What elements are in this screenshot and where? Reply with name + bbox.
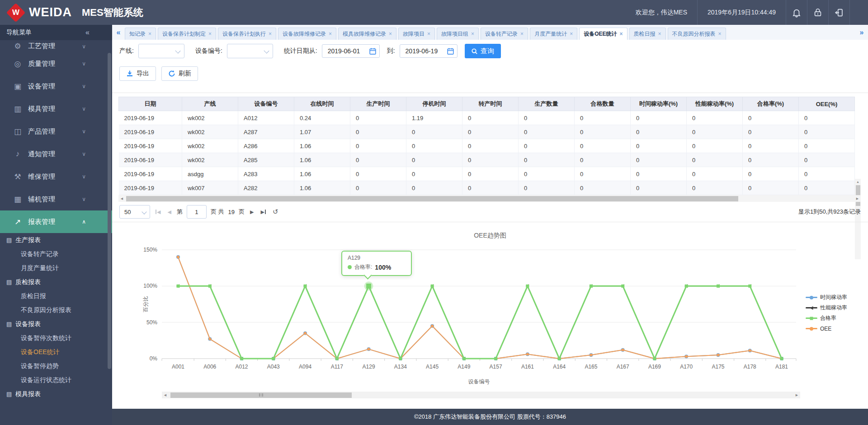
pager-refresh-icon[interactable]: ↺ (271, 208, 280, 216)
column-header-OEE(%)[interactable]: OEE(%) (799, 97, 855, 111)
date-to-input[interactable] (405, 47, 444, 55)
tab-模具故障维修记录[interactable]: 模具故障维修记录× (338, 28, 396, 40)
sidebar-item-产品管理[interactable]: ◫产品管理∨ (0, 120, 112, 143)
legend-item-OEE[interactable]: OEE (806, 323, 847, 334)
column-header-时间稼动率(%)[interactable]: 时间稼动率(%) (631, 97, 687, 111)
date-from-field[interactable] (322, 44, 380, 58)
table-row[interactable]: 2019-06-19asdggA2831.06000000000 (119, 167, 855, 181)
tab-设备故障维修记录[interactable]: 设备故障维修记录× (278, 28, 336, 40)
next-page-button[interactable]: ▶ (249, 209, 255, 215)
horizontal-scroll-thumb[interactable] (126, 196, 738, 201)
sidebar-item-月度产量统计[interactable]: 月度产量统计 (0, 261, 112, 275)
tab-scroll-right-icon[interactable]: » (855, 28, 868, 37)
column-header-生产数量[interactable]: 生产数量 (519, 97, 575, 111)
tab-质检日报[interactable]: 质检日报× (629, 28, 666, 40)
scroll-track[interactable] (169, 392, 793, 398)
column-header-在线时间[interactable]: 在线时间 (294, 97, 350, 111)
sidebar-item-设备管理[interactable]: ▣设备管理∨ (0, 75, 112, 98)
sidebar-group-模具报表[interactable]: ▤模具报表 (0, 387, 112, 401)
sidebar-item-报表管理[interactable]: ↗报表管理∧ (0, 210, 112, 233)
sidebar-group-设备报表[interactable]: ▤设备报表 (0, 317, 112, 331)
first-page-button[interactable]: ◀ (154, 209, 162, 215)
tab-close-icon[interactable]: × (389, 31, 392, 37)
table-row[interactable]: 2019-06-19wk002A2851.06000000000 (119, 153, 855, 167)
sidebar-item-设备运行状态统计[interactable]: 设备运行状态统计 (0, 373, 112, 387)
prev-page-button[interactable]: ◀ (166, 209, 172, 215)
legend-item-合格率[interactable]: 合格率 (806, 313, 847, 323)
sidebar-item-设备转产记录[interactable]: 设备转产记录 (0, 247, 112, 261)
sidebar-collapse-icon[interactable]: « (85, 28, 90, 37)
sidebar-group-质检报表[interactable]: ▤质检报表 (0, 275, 112, 289)
tab-设备保养计划制定[interactable]: 设备保养计划制定× (158, 28, 216, 40)
column-header-停机时间[interactable]: 停机时间 (406, 97, 462, 111)
scroll-right-icon[interactable]: ▶ (854, 197, 861, 201)
sidebar-item-设备暂停趋势[interactable]: 设备暂停趋势 (0, 359, 112, 373)
tab-设备OEE统计[interactable]: 设备OEE统计× (579, 28, 627, 40)
table-horizontal-scrollbar[interactable]: ◀ ▶ (118, 195, 861, 202)
tab-close-icon[interactable]: × (471, 31, 474, 37)
export-button[interactable]: 导出 (119, 66, 156, 81)
sidebar-item-不良原因分析报表[interactable]: 不良原因分析报表 (0, 303, 112, 317)
tab-close-icon[interactable]: × (570, 31, 573, 37)
tab-知记录[interactable]: 知记录× (125, 28, 156, 40)
table-row[interactable]: 2019-06-19wk002A0120.2401.190000000 (119, 111, 855, 125)
column-header-合格率(%)[interactable]: 合格率(%) (743, 97, 799, 111)
sidebar-item-维保管理[interactable]: ⚒维保管理∨ (0, 165, 112, 188)
lock-screen-icon[interactable] (807, 0, 828, 25)
scroll-up-icon[interactable]: ▲ (855, 179, 861, 185)
tab-close-icon[interactable]: × (148, 31, 151, 37)
sidebar-item-质量管理[interactable]: ◎质量管理∨ (0, 52, 112, 75)
column-header-合格数量[interactable]: 合格数量 (575, 97, 631, 111)
sidebar-group-生产报表[interactable]: ▤生产报表 (0, 233, 112, 247)
sidebar-item-质检日报[interactable]: 质检日报 (0, 289, 112, 303)
scroll-left-icon[interactable]: ◀ (162, 393, 169, 397)
sidebar-item-设备OEE统计[interactable]: 设备OEE统计 (0, 345, 112, 359)
tab-设备保养计划执行[interactable]: 设备保养计划执行× (218, 28, 276, 40)
column-header-设备编号[interactable]: 设备编号 (238, 97, 294, 111)
page-size-select[interactable]: 50 (119, 205, 150, 219)
tab-close-icon[interactable]: × (718, 31, 722, 37)
notification-bell-icon[interactable] (786, 0, 807, 25)
sidebar-item-辅机管理[interactable]: ▦辅机管理∨ (0, 188, 112, 210)
column-header-转产时间[interactable]: 转产时间 (462, 97, 519, 111)
column-header-生产时间[interactable]: 生产时间 (350, 97, 406, 111)
column-header-性能稼动率(%)[interactable]: 性能稼动率(%) (687, 97, 743, 111)
tab-故障项目[interactable]: 故障项目× (398, 28, 435, 40)
sidebar-scrollbar-thumb[interactable] (108, 53, 111, 369)
table-row[interactable]: 2019-06-19wk007A2821.06000000000 (119, 181, 855, 195)
scroll-right-icon[interactable]: ▶ (793, 393, 800, 397)
date-to-field[interactable] (400, 44, 458, 58)
logout-icon[interactable] (829, 0, 849, 25)
tab-不良原因分析报表[interactable]: 不良原因分析报表× (668, 28, 726, 40)
column-header-日期[interactable]: 日期 (119, 97, 182, 111)
scroll-track[interactable] (125, 195, 854, 202)
tab-close-icon[interactable]: × (658, 31, 661, 37)
tab-设备转产记录[interactable]: 设备转产记录× (481, 28, 528, 40)
scroll-left-icon[interactable]: ◀ (118, 197, 125, 201)
tab-scroll-left-icon[interactable]: « (112, 28, 125, 37)
search-button[interactable]: 查询 (465, 44, 501, 58)
table-row[interactable]: 2019-06-19wk002A2871.07000000000 (119, 125, 855, 139)
tab-close-icon[interactable]: × (520, 31, 524, 37)
sidebar-item-设备暂停次数统计[interactable]: 设备暂停次数统计 (0, 331, 112, 345)
oee-trend-chart[interactable]: 0%50%100%150%A001A006A012A043A094A117A12… (140, 242, 818, 391)
device-select[interactable] (227, 44, 273, 58)
last-page-button[interactable]: ▶ (259, 209, 267, 215)
tab-close-icon[interactable]: × (427, 31, 430, 37)
date-from-input[interactable] (327, 47, 367, 55)
tab-故障项目组[interactable]: 故障项目组× (437, 28, 479, 40)
refresh-button[interactable]: 刷新 (161, 66, 198, 81)
sidebar-item-模具管理[interactable]: ▥模具管理∨ (0, 98, 112, 120)
page-number-input[interactable] (187, 205, 207, 219)
table-row[interactable]: 2019-06-19wk002A2861.06000000000 (119, 139, 855, 153)
tab-close-icon[interactable]: × (329, 31, 332, 37)
tab-月度产量统计[interactable]: 月度产量统计× (530, 28, 577, 40)
horizontal-scroll-thumb[interactable] (170, 392, 352, 398)
tab-close-icon[interactable]: × (619, 31, 623, 37)
legend-item-时间稼动率[interactable]: 时间稼动率 (806, 292, 847, 303)
line-select[interactable] (138, 44, 184, 58)
chart-horizontal-scrollbar[interactable]: ◀ ▶ (162, 392, 800, 398)
tab-close-icon[interactable]: × (269, 31, 272, 37)
legend-item-性能稼动率[interactable]: 性能稼动率 (806, 303, 847, 313)
sidebar-item-工艺管理[interactable]: ⚙工艺管理∨ (0, 40, 112, 52)
